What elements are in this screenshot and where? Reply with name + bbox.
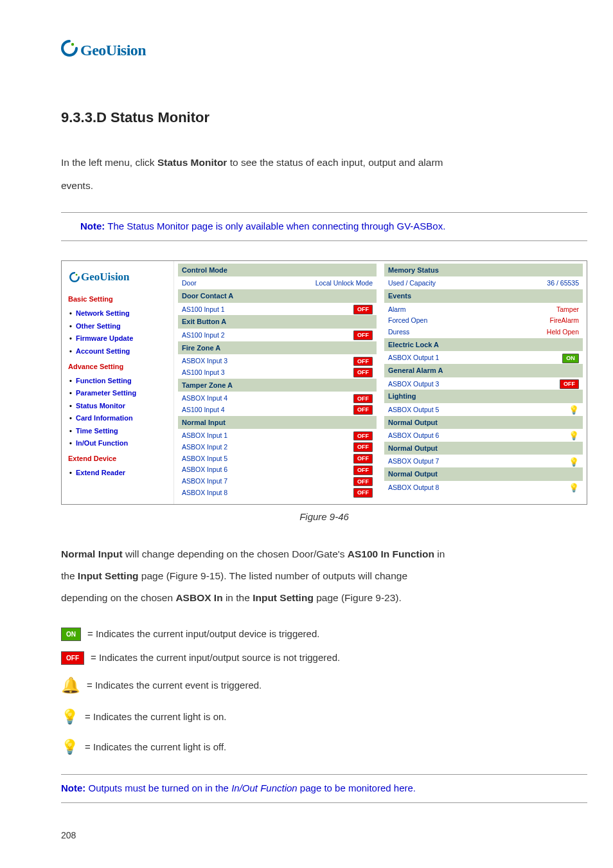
row-asbox-input2: ASBOX Input 2OFF <box>178 442 377 453</box>
status-right-column: Memory Status Used / Capacity36 / 65535 … <box>380 261 587 504</box>
sidebar-item-extend-reader[interactable]: Extend Reader <box>68 467 168 480</box>
p2-b4: ASBOX In <box>175 592 222 603</box>
sidebar-item-time-setting[interactable]: Time Setting <box>68 424 168 437</box>
intro-bold: Status Monitor <box>157 157 227 168</box>
brand-name: GeoUision <box>80 39 146 62</box>
screenshot-content: Control Mode DoorLocal Unlock Mode Door … <box>174 261 587 504</box>
off-badge: OFF <box>353 466 373 475</box>
row-asbox-output1: ASBOX Output 1ON <box>384 352 583 364</box>
off-badge: OFF <box>353 488 373 498</box>
p2-t2a: the <box>61 570 78 581</box>
sidebar-item-inout-function[interactable]: In/Out Function <box>68 437 168 450</box>
row-asbox-output7: ASBOX Output 7💡 <box>384 456 583 467</box>
row-asbox-input7: ASBOX Input 7OFF <box>178 476 377 487</box>
hdr-fire-zone-a: Fire Zone A <box>178 341 377 355</box>
note-box-2: Note: Outputs must be turned on in the I… <box>61 774 587 803</box>
label: ASBOX Input 3 <box>182 356 227 366</box>
screenshot-brand: GeoUision <box>81 269 130 285</box>
legend-bulb-on: 💡 = Indicates the current light is on. <box>61 706 587 727</box>
p2-t3a: depending on the chosen <box>61 592 175 603</box>
label: Forced Open <box>388 316 427 326</box>
label: Door <box>182 278 197 289</box>
row-asbox-input4: ASBOX Input 4OFF <box>178 393 377 404</box>
p2-t1d: in <box>434 548 445 559</box>
row-ev-duress: DuressHeld Open <box>384 327 583 338</box>
row-as100-input2: AS100 Input 2OFF <box>178 330 377 341</box>
svg-point-0 <box>71 43 74 46</box>
status-monitor-screenshot: GeoUision Basic Setting Network Setting … <box>61 260 587 505</box>
row-as100-input4: AS100 Input 4OFF <box>178 404 377 416</box>
row-door: DoorLocal Unlock Mode <box>178 278 377 289</box>
sidebar-item-parameter-setting[interactable]: Parameter Setting <box>68 387 168 400</box>
legend-bulb-on-text: = Indicates the current light is on. <box>85 710 227 725</box>
label: ASBOX Output 5 <box>388 405 439 415</box>
p2-t3c: in the <box>223 592 253 603</box>
note2-em: In/Out Function <box>231 782 298 793</box>
note1-label: Note: <box>80 221 105 231</box>
row-asbox-output8: ASBOX Output 8💡 <box>384 482 583 494</box>
sidebar-list-basic: Network Setting Other Setting Firmware U… <box>68 307 168 357</box>
bulb-on-icon: 💡 <box>569 406 579 414</box>
intro-text-1: In the left menu, click <box>61 157 157 168</box>
hdr-tamper-zone-a: Tamper Zone A <box>178 379 377 392</box>
sidebar-item-other-setting[interactable]: Other Setting <box>68 320 168 332</box>
legend-bulb-off: 💡 = Indicates the current light is off. <box>61 736 587 757</box>
intro-text-2: to see the status of each input, output … <box>227 157 443 168</box>
note2-t1: Outputs must be turned on in the <box>85 782 231 793</box>
p2-b3: Input Setting <box>78 570 139 581</box>
screenshot-sidebar: GeoUision Basic Setting Network Setting … <box>62 261 174 504</box>
paragraph-2: Normal Input will change depending on th… <box>61 543 587 609</box>
p2-b2: AS100 In Function <box>348 548 434 559</box>
intro-text-3: events. <box>61 180 93 191</box>
label: ASBOX Output 8 <box>388 483 439 493</box>
note2-t2: page to be monitored here. <box>298 782 416 793</box>
legend-off: OFF = Indicates the current input/output… <box>61 651 587 665</box>
off-badge: OFF <box>560 379 579 389</box>
legend-on: ON = Indicates the current input/output … <box>61 627 587 642</box>
sidebar-item-account-setting[interactable]: Account Setting <box>68 345 168 357</box>
sidebar-list-advance: Function Setting Parameter Setting Statu… <box>68 374 168 449</box>
legend-alarm-text: = Indicates the current event is trigger… <box>87 678 262 693</box>
logo-swirl-icon <box>61 40 78 60</box>
note1-body: The Status Monitor page is only availabl… <box>105 221 445 231</box>
p2-t3e: page (Figure 9-23). <box>314 592 402 603</box>
p2-b5: Input Setting <box>253 592 314 603</box>
sidebar-item-card-information[interactable]: Card Information <box>68 412 168 425</box>
off-badge: OFF <box>353 330 373 340</box>
label: ASBOX Input 1 <box>182 431 227 441</box>
row-asbox-input3: ASBOX Input 3OFF <box>178 356 377 367</box>
label: AS100 Input 3 <box>182 368 225 378</box>
sidebar-item-status-monitor[interactable]: Status Monitor <box>68 399 168 412</box>
bulb-on-icon: 💡 <box>569 484 579 492</box>
hdr-normal-output-7: Normal Output <box>384 442 583 455</box>
label: Used / Capacity <box>388 278 436 289</box>
row-asbox-input1: ASBOX Input 1OFF <box>178 430 377 442</box>
bulb-on-icon: 💡 <box>569 458 579 466</box>
row-asbox-output5: ASBOX Output 5💡 <box>384 404 583 416</box>
label: AS100 Input 2 <box>182 330 225 341</box>
hdr-general-alarm-a: General Alarm A <box>384 364 583 377</box>
note-box-1: Note: The Status Monitor page is only av… <box>61 212 587 241</box>
hdr-lighting: Lighting <box>384 390 583 403</box>
sidebar-list-extend: Extend Reader <box>68 467 168 480</box>
off-badge: OFF <box>353 305 373 314</box>
label: Alarm <box>388 305 405 315</box>
label: ASBOX Output 6 <box>388 431 439 441</box>
hdr-electric-lock-a: Electric Lock A <box>384 338 583 352</box>
legend-off-text: = Indicates the current input/output sou… <box>91 651 340 665</box>
off-badge: OFF <box>353 357 373 366</box>
sidebar-item-function-setting[interactable]: Function Setting <box>68 374 168 387</box>
off-badge-icon: OFF <box>61 651 84 665</box>
off-badge: OFF <box>353 405 373 415</box>
row-ev-alarm: AlarmTamper <box>384 304 583 316</box>
p2-t1: will change depending on the chosen Door… <box>123 548 348 559</box>
note2-label: Note: <box>61 782 85 793</box>
label: ASBOX Input 8 <box>182 488 227 498</box>
row-as100-input3: AS100 Input 3OFF <box>178 367 377 379</box>
hdr-door-contact-a: Door Contact A <box>178 289 377 303</box>
off-badge: OFF <box>353 442 373 452</box>
row-asbox-output6: ASBOX Output 6💡 <box>384 430 583 442</box>
sidebar-item-firmware-update[interactable]: Firmware Update <box>68 332 168 345</box>
off-badge: OFF <box>353 431 373 441</box>
sidebar-item-network-setting[interactable]: Network Setting <box>68 307 168 320</box>
